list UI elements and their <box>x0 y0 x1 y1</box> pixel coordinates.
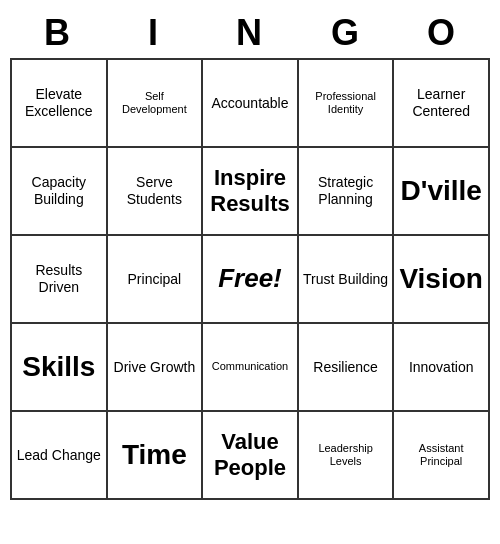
cell-r2-c3: Trust Building <box>299 236 395 324</box>
cell-r3-c0: Skills <box>12 324 108 412</box>
cell-text: Accountable <box>211 95 288 112</box>
cell-text: Resilience <box>313 359 378 376</box>
cell-text: Results Driven <box>16 262 102 296</box>
cell-text: Assistant Principal <box>398 442 484 468</box>
cell-text: Drive Growth <box>114 359 196 376</box>
cell-r1-c2: Inspire Results <box>203 148 299 236</box>
cell-text: Elevate Excellence <box>16 86 102 120</box>
cell-text: Innovation <box>409 359 474 376</box>
cell-r4-c1: Time <box>108 412 204 500</box>
bingo-card: BINGO Elevate ExcellenceSelf Development… <box>10 8 490 500</box>
header-letter: I <box>106 8 202 58</box>
cell-text: Trust Building <box>303 271 388 288</box>
cell-r3-c1: Drive Growth <box>108 324 204 412</box>
cell-text: Principal <box>128 271 182 288</box>
cell-text: Strategic Planning <box>303 174 389 208</box>
cell-r1-c0: Capacity Building <box>12 148 108 236</box>
cell-r0-c4: Learner Centered <box>394 60 490 148</box>
cell-text: Leadership Levels <box>303 442 389 468</box>
cell-r1-c1: Serve Students <box>108 148 204 236</box>
cell-r1-c4: D'ville <box>394 148 490 236</box>
cell-r0-c2: Accountable <box>203 60 299 148</box>
cell-r4-c2: Value People <box>203 412 299 500</box>
cell-r2-c0: Results Driven <box>12 236 108 324</box>
cell-r0-c0: Elevate Excellence <box>12 60 108 148</box>
cell-r4-c0: Lead Change <box>12 412 108 500</box>
cell-r3-c4: Innovation <box>394 324 490 412</box>
cell-r0-c3: Professional Identity <box>299 60 395 148</box>
cell-text: Free! <box>218 263 282 294</box>
cell-text: Inspire Results <box>207 165 293 218</box>
cell-text: D'ville <box>401 174 482 208</box>
cell-text: Lead Change <box>17 447 101 464</box>
cell-r3-c2: Communication <box>203 324 299 412</box>
cell-r0-c1: Self Development <box>108 60 204 148</box>
cell-text: Skills <box>22 350 95 384</box>
cell-text: Serve Students <box>112 174 198 208</box>
cell-text: Professional Identity <box>303 90 389 116</box>
cell-r2-c2: Free! <box>203 236 299 324</box>
cell-text: Time <box>122 438 187 472</box>
cell-r4-c4: Assistant Principal <box>394 412 490 500</box>
cell-text: Capacity Building <box>16 174 102 208</box>
header-letter: O <box>394 8 490 58</box>
header-letter: N <box>202 8 298 58</box>
cell-text: Learner Centered <box>398 86 484 120</box>
cell-text: Self Development <box>112 90 198 116</box>
cell-r4-c3: Leadership Levels <box>299 412 395 500</box>
cell-r2-c1: Principal <box>108 236 204 324</box>
header-letter: B <box>10 8 106 58</box>
cell-r3-c3: Resilience <box>299 324 395 412</box>
header-letter: G <box>298 8 394 58</box>
cell-text: Vision <box>399 262 483 296</box>
cell-text: Value People <box>207 429 293 482</box>
cell-text: Communication <box>212 360 288 373</box>
bingo-header: BINGO <box>10 8 490 58</box>
cell-r1-c3: Strategic Planning <box>299 148 395 236</box>
bingo-grid: Elevate ExcellenceSelf DevelopmentAccoun… <box>10 58 490 500</box>
cell-r2-c4: Vision <box>394 236 490 324</box>
